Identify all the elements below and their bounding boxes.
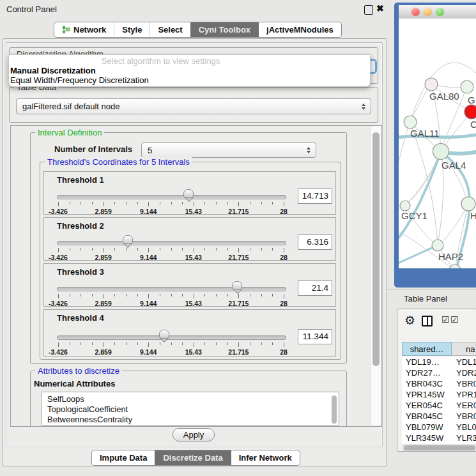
table-horizontal-scrollbar[interactable] [402,444,476,451]
control-panel-titlebar: Control Panel ✖ [0,0,390,18]
number-of-intervals-label: Number of Intervals [54,144,132,154]
slider-thumb[interactable] [123,235,133,248]
number-of-intervals-combobox[interactable]: 5 [141,142,316,158]
slider-ticks [58,248,284,254]
table-row[interactable]: YDL19…YDL1 [402,357,476,367]
tab-network[interactable]: Network [54,22,114,37]
group-title: Threshold's Coordinates for 5 Intervals [45,157,192,167]
list-scrollbar-thumb[interactable] [332,395,337,424]
node-label-hap2: HAP2 [438,251,463,262]
close-traffic-light[interactable] [411,8,420,16]
dropdown-option-equal-width[interactable]: Equal Width/Frequency Discretization [10,75,368,85]
threshold-panel-1: Threshold 1 -3.4262.8599.14415.4321.7152… [43,171,336,215]
minimize-traffic-light[interactable] [424,8,432,16]
screen: Control Panel ✖ Network Style Select Cyn… [0,0,476,476]
node-gal80[interactable] [425,78,438,91]
tab-impute-data[interactable]: Impute Data [92,450,155,465]
tab-infer-network[interactable]: Infer Network [231,450,300,465]
node-h[interactable] [461,197,475,211]
tab-label: Network [73,25,106,35]
table-row[interactable]: YLR345WYLR3 [402,433,476,443]
slider-thumb[interactable] [159,330,169,342]
apply-button[interactable]: Apply [173,428,215,441]
combobox-value: 5 [148,146,152,155]
threshold-value-field[interactable]: 21.4 [298,280,332,296]
network-window-titlebar[interactable] [399,5,476,19]
threshold-panel-3: Threshold 3 -3.4262.8599.14415.4321.7152… [43,263,336,307]
group-title: Attributes to discretize [35,366,122,376]
stepper-icon [307,147,311,153]
slider-scale-labels: -3.4262.8599.14415.4321.71528 [58,348,284,356]
slider-ticks [58,202,284,208]
threshold-value-field[interactable]: 11.344 [298,329,332,344]
control-panel: Control Panel ✖ Network Style Select Cyn… [0,0,390,476]
table-data-combobox[interactable]: galFiltered.sif default node [16,98,371,114]
table-row[interactable]: YDR27…YDR2 [402,367,476,378]
table-data-group: Table Data galFiltered.sif default node [9,87,378,123]
threshold-label: Threshold 2 [57,221,104,231]
slider-scale-labels: -3.4262.8599.14415.4321.71528 [58,300,284,307]
list-item[interactable]: BetweennessCentrality [42,415,339,425]
node-label-gal11: GAL11 [410,128,440,139]
node-attribute-table: shared… na YDL19…YDL1 YDR27…YDR2 YBR043C… [402,342,476,452]
vertical-scrollbar[interactable] [370,126,381,425]
node-label-h: H [470,210,476,221]
checkbox-icon[interactable]: ☑ [441,314,450,325]
slider-track[interactable] [57,335,286,340]
table-row[interactable]: YBR043CYBR0 [402,378,476,389]
node-label-gal4: GAL4 [441,160,466,171]
dropdown-prompt: Select algorithm to view settings [9,56,370,66]
list-item[interactable]: TopologicalCoefficient [42,404,339,415]
zoom-traffic-light[interactable] [436,8,444,16]
combobox-value: galFiltered.sif default node [22,102,119,111]
scrollbar-thumb[interactable] [372,132,380,366]
threshold-value-field[interactable]: 14.713 [298,188,332,204]
threshold-panel-2: Threshold 2 -3.4262.8599.14415.4321.7152… [43,217,336,261]
settings-scroll-panel: Interval Definition Number of Intervals … [10,125,382,427]
slider-ticks [58,294,284,300]
slider-track[interactable] [57,195,286,199]
tab-select[interactable]: Select [150,22,190,37]
table-row[interactable]: YER054CYER0 [402,400,476,411]
gear-icon[interactable]: ⚙ [404,313,415,327]
network-view-window[interactable]: GAL80 G C GAL11 GAL4 GCY1 H HAP2 [394,3,476,288]
float-icon[interactable] [364,5,373,15]
slider-track[interactable] [57,287,286,291]
slider-thumb[interactable] [232,281,242,294]
tab-discretize-data[interactable]: Discretize Data [155,450,230,465]
numerical-attributes-label: Numerical Attributes [34,379,115,388]
node-gal11[interactable] [404,116,417,128]
bottom-tabbar: Impute Data Discretize Data Infer Networ… [91,450,300,466]
node-gal4[interactable] [433,144,449,160]
list-item[interactable]: SelfLoops [42,392,339,404]
scrollbar-thumb[interactable] [404,445,475,450]
node-gcy1[interactable] [400,201,410,211]
node[interactable] [461,81,473,93]
network-canvas[interactable]: GAL80 G C GAL11 GAL4 GCY1 H HAP2 [399,19,476,268]
column-header-shared-name[interactable]: shared… [402,342,452,356]
tab-style[interactable]: Style [114,22,150,37]
close-icon[interactable]: ✖ [376,3,384,13]
tab-jactivemnodules[interactable]: jActiveMNodules [258,22,341,37]
dropdown-option-manual[interactable]: Manual Discretization [10,66,368,75]
threshold-panel-4: Threshold 4 -3.4262.8599.14415.4321.7152… [43,309,336,357]
top-tabbar: Network Style Select Cyni Toolbox jActiv… [54,22,342,38]
table-panel-title: Table Panel [404,294,447,303]
table-row[interactable]: YBL079WYBL0 [402,422,476,433]
node-label-gcy1: GCY1 [401,210,427,221]
split-columns-icon[interactable] [422,316,433,326]
slider-thumb[interactable] [183,189,194,202]
column-header-name[interactable]: na [452,342,476,356]
table-rows: YDL19…YDL1 YDR27…YDR2 YBR043CYBR0 YPR145… [402,357,476,445]
node-highlighted[interactable] [464,105,476,119]
checkbox-icon[interactable]: ☑ [450,314,459,325]
threshold-value-field[interactable]: 6.316 [298,234,332,250]
stepper-icon [362,104,365,110]
network-icon [62,26,70,34]
table-row[interactable]: YBR045CYBR0 [402,411,476,422]
slider-track[interactable] [57,241,286,245]
group-title: Interval Definition [35,128,104,137]
table-row[interactable]: YPR145WYPR1 [402,389,476,400]
tab-cyni-toolbox[interactable]: Cyni Toolbox [190,22,258,37]
node-hap2[interactable] [432,240,443,251]
